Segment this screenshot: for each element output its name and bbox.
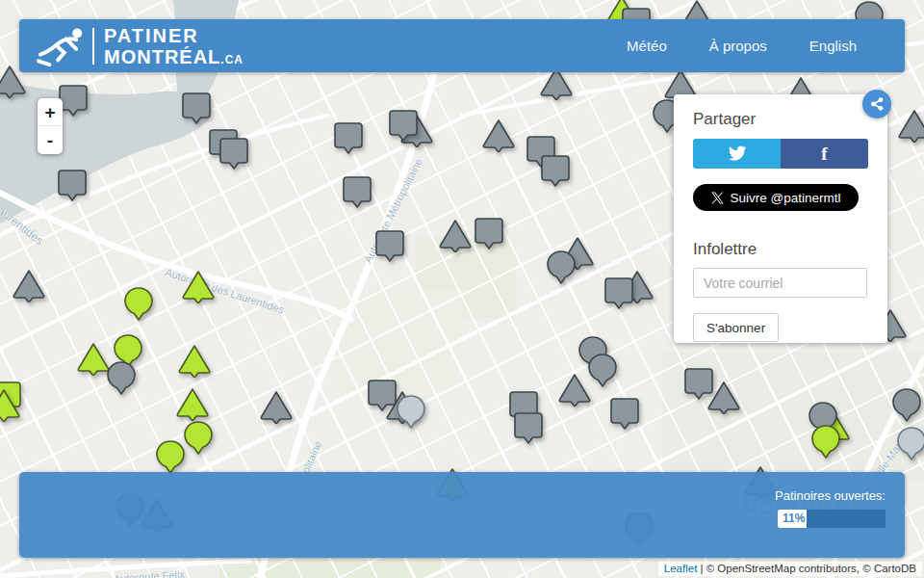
facebook-icon: f xyxy=(821,144,827,165)
rink-marker-gray[interactable] xyxy=(105,360,138,399)
twitter-icon xyxy=(727,145,748,163)
rink-marker-green[interactable] xyxy=(176,343,213,381)
rink-marker-gray[interactable] xyxy=(545,250,578,288)
rink-marker-gray[interactable] xyxy=(473,217,505,253)
rink-marker-gray[interactable] xyxy=(218,137,250,173)
leaflet-link[interactable]: Leaflet xyxy=(664,563,698,574)
main-nav: Météo À propos English xyxy=(627,38,905,54)
rink-marker-green[interactable] xyxy=(180,269,217,307)
rink-marker-gray[interactable] xyxy=(387,109,420,145)
rink-marker-gray[interactable] xyxy=(512,411,545,448)
rink-marker-gray[interactable] xyxy=(180,92,213,128)
logo-title-line1: PATINER xyxy=(104,26,244,45)
logo-title-line2: MONTRÉAL.CA xyxy=(104,47,244,66)
rink-marker-gray[interactable] xyxy=(341,175,373,212)
rink-marker-gray[interactable] xyxy=(539,154,572,191)
patiner-montreal-app: LaurentidesAutoroute des LaurentidesAuto… xyxy=(0,0,924,578)
rink-marker-green[interactable] xyxy=(182,420,215,459)
subscribe-button[interactable]: S'abonner xyxy=(693,313,779,342)
rink-marker-gray[interactable] xyxy=(480,118,517,156)
share-fab-button[interactable] xyxy=(862,90,891,118)
newsletter-title: Infolettre xyxy=(693,240,868,259)
rink-marker-gray[interactable] xyxy=(437,218,474,256)
header-bar: PATINER MONTRÉAL.CA Météo À propos Engli… xyxy=(19,19,905,72)
open-rinks-label: Patinoires ouvertes: xyxy=(775,488,886,503)
rink-marker-gray[interactable] xyxy=(258,389,295,428)
share-title: Partager xyxy=(693,110,868,129)
rink-marker-gray[interactable] xyxy=(556,372,593,410)
twitter-share-button[interactable] xyxy=(693,139,781,169)
rink-marker-gray[interactable] xyxy=(890,387,923,426)
site-logo[interactable]: PATINER MONTRÉAL.CA xyxy=(35,24,244,68)
rink-marker-gray[interactable] xyxy=(56,169,89,205)
nav-a-propos[interactable]: À propos xyxy=(709,38,767,54)
x-logo-icon xyxy=(711,192,724,204)
rink-marker-lightgray[interactable] xyxy=(895,426,924,464)
rink-marker-gray[interactable] xyxy=(11,268,47,306)
facebook-share-button[interactable]: f xyxy=(781,139,868,169)
attribution-text: | © OpenStreetMap contributors, © CartoD… xyxy=(697,563,916,574)
map-zoom-control: + - xyxy=(38,98,63,154)
rink-marker-green[interactable] xyxy=(122,286,155,325)
zoom-in-button[interactable]: + xyxy=(38,98,63,126)
zoom-out-button[interactable]: - xyxy=(38,126,63,154)
rink-marker-gray[interactable] xyxy=(896,108,924,146)
share-panel: Partager f Suivre @patinermtl Infolettre… xyxy=(674,94,887,343)
filter-bar xyxy=(19,472,905,558)
rink-marker-gray[interactable] xyxy=(706,380,742,418)
skater-logo-icon xyxy=(35,24,85,68)
logo-suffix: .CA xyxy=(220,53,244,66)
rink-marker-green[interactable] xyxy=(174,386,211,425)
nav-english[interactable]: English xyxy=(809,38,857,54)
map-attribution: Leaflet | © OpenStreetMap contributors, … xyxy=(658,562,922,576)
rink-marker-green[interactable] xyxy=(809,424,842,462)
rink-marker-gray[interactable] xyxy=(603,276,635,313)
follow-twitter-button[interactable]: Suivre @patinermtl xyxy=(693,184,859,211)
open-rinks-progress-bar: 11% xyxy=(778,510,886,528)
logo-divider xyxy=(92,28,94,65)
open-rinks-percent: 11% xyxy=(778,510,807,528)
rink-marker-lightgray[interactable] xyxy=(395,394,427,433)
rink-marker-gray[interactable] xyxy=(373,229,406,266)
nav-meteo[interactable]: Météo xyxy=(627,38,667,54)
rink-marker-gray[interactable] xyxy=(608,397,641,434)
rink-marker-green[interactable] xyxy=(0,387,22,426)
share-icon xyxy=(866,93,887,115)
rink-marker-gray[interactable] xyxy=(332,121,365,158)
email-input[interactable] xyxy=(693,268,867,298)
